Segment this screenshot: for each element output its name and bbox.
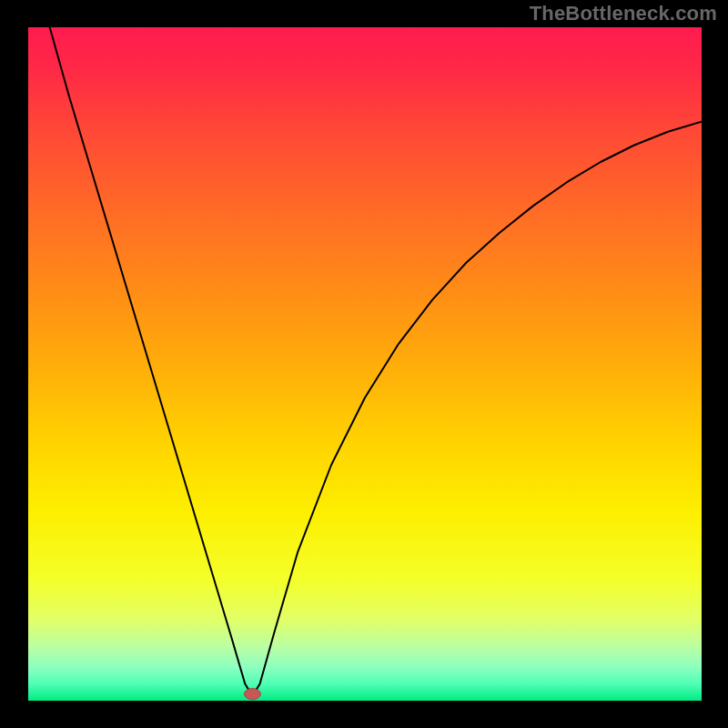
bottleneck-chart (0, 0, 728, 728)
plot-background (28, 27, 702, 701)
watermark-text: TheBottleneck.com (530, 2, 717, 25)
optimal-point-marker (244, 689, 260, 700)
chart-frame: TheBottleneck.com (0, 0, 728, 728)
